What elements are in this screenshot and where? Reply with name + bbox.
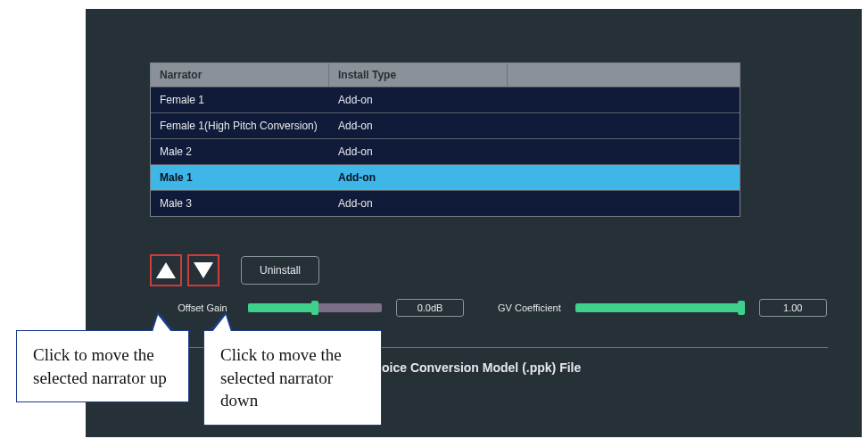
callout-move-down: Click to move the selected narrator down: [203, 330, 382, 426]
cell-install-type: Add-on: [329, 165, 508, 190]
cell-narrator: Female 1: [151, 87, 329, 112]
cell-narrator: Male 1: [151, 165, 329, 190]
cell-blank: [508, 165, 740, 190]
gain-sliders-row: Offset Gain 0.0dB GV Coefficient 1.00: [150, 299, 828, 317]
cell-blank: [508, 191, 740, 216]
header-narrator: Narrator: [151, 63, 329, 87]
cell-install-type: Add-on: [329, 113, 508, 138]
offset-gain-thumb[interactable]: [311, 301, 318, 315]
header-blank: [508, 63, 740, 87]
callout-move-up: Click to move the selected narrator up: [16, 330, 189, 402]
narrator-settings-panel: Narrator Install Type Female 1Add-onFema…: [86, 9, 862, 437]
triangle-up-icon: [156, 262, 176, 278]
header-install-type: Install Type: [329, 63, 508, 87]
cell-narrator: Female 1(High Pitch Conversion): [151, 113, 329, 138]
cell-blank: [508, 87, 740, 112]
gv-coefficient-label: GV Coefficient: [498, 302, 561, 313]
cell-blank: [508, 139, 740, 164]
callout-move-down-text: Click to move the selected narrator down: [220, 345, 342, 410]
table-row[interactable]: Male 1Add-on: [151, 164, 740, 190]
cell-install-type: Add-on: [329, 87, 508, 112]
gv-coefficient-slider[interactable]: [575, 303, 745, 312]
gv-coefficient-thumb[interactable]: [738, 301, 745, 315]
table-row[interactable]: Male 2Add-on: [151, 138, 740, 164]
gv-coefficient-value: 1.00: [759, 299, 827, 317]
callout-tail-fill-icon: [212, 315, 231, 332]
callout-tail-fill-icon: [153, 315, 171, 332]
offset-gain-slider[interactable]: [248, 303, 382, 312]
offset-gain-value: 0.0dB: [396, 299, 464, 317]
table-row[interactable]: Male 3Add-on: [151, 190, 740, 216]
table-row[interactable]: Female 1(High Pitch Conversion)Add-on: [151, 112, 740, 138]
move-down-button[interactable]: [187, 254, 219, 286]
uninstall-button[interactable]: Uninstall: [241, 256, 319, 285]
move-up-button[interactable]: [150, 254, 182, 286]
cell-install-type: Add-on: [329, 139, 508, 164]
cell-narrator: Male 3: [151, 191, 329, 216]
triangle-down-icon: [194, 262, 213, 278]
cell-install-type: Add-on: [329, 191, 508, 216]
cell-blank: [508, 113, 740, 138]
table-header-row: Narrator Install Type: [151, 63, 740, 87]
narrator-table: Narrator Install Type Female 1Add-onFema…: [150, 62, 740, 217]
table-row[interactable]: Female 1Add-on: [151, 87, 740, 112]
callout-move-up-text: Click to move the selected narrator up: [33, 345, 167, 387]
reorder-controls: Uninstall: [150, 254, 828, 286]
table-body: Female 1Add-onFemale 1(High Pitch Conver…: [151, 87, 740, 216]
offset-gain-fill: [248, 303, 315, 312]
cell-narrator: Male 2: [151, 139, 329, 164]
